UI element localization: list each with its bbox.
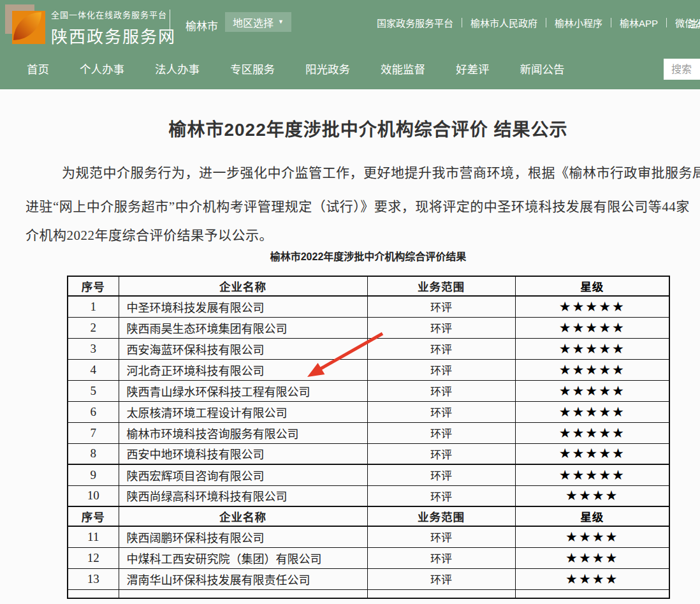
star-rating: ★★★★ — [515, 485, 669, 506]
logo-orange-square — [12, 11, 45, 44]
site-name: 陕西政务服务网 — [51, 24, 176, 47]
company-name: 太原核清环境工程设计有限公司 — [119, 401, 367, 422]
star-rating: ★★★★★ — [515, 359, 669, 380]
company-name: 陕西尚绿高科环境科技有限公司 — [119, 485, 367, 506]
business-scope: 环评 — [367, 296, 515, 317]
company-name: 渭南华山环保科技发展有限责任公司 — [119, 568, 367, 589]
nav-items: 首页个人办事法人办事专区服务阳光政务效能监督好差评新闻公告 — [27, 48, 565, 89]
search-box — [664, 59, 700, 80]
star-rating: ★★★★★ — [515, 317, 669, 338]
business-scope: 环评 — [367, 338, 515, 359]
table-row: 12中煤科工西安研究院（集团）有限公司环评★★★★ — [68, 547, 669, 568]
top-links: 国家政务服务平台榆林市人民政府榆林小程序榆林APP微信公众号 — [368, 16, 700, 29]
row-number: 8 — [68, 443, 119, 464]
column-header: 企业名称 — [119, 506, 367, 526]
row-number: 3 — [68, 338, 119, 359]
top-link[interactable]: 榆林市人民政府 — [462, 16, 546, 29]
business-scope: 环评 — [367, 422, 515, 443]
top-link[interactable]: 国家政务服务平台 — [368, 16, 462, 29]
nav-item-效能监督[interactable]: 效能监督 — [381, 61, 425, 77]
business-scope: 环评 — [367, 317, 515, 338]
table-row: 6太原核清环境工程设计有限公司环评★★★★★ — [68, 401, 669, 422]
row-number: 1 — [68, 296, 119, 317]
star-rating: ★★★★★ — [515, 401, 669, 422]
company-name: 陕西青山绿水环保科技工程有限公司 — [119, 380, 367, 401]
star-rating: ★★★★ — [515, 568, 669, 589]
business-scope: 环评 — [367, 568, 515, 589]
evaluation-table: 序号企业名称业务范围星级1中圣环境科技发展有限公司环评★★★★★2陕西雨昊生态环… — [67, 276, 670, 599]
company-name: 陕西雨昊生态环境集团有限公司 — [119, 317, 367, 338]
empty-cell — [119, 589, 367, 598]
site-brand: 全国一体化在线政务服务平台 陕西政务服务网 — [51, 8, 176, 47]
row-number: 9 — [68, 464, 119, 485]
register-link[interactable]: 注册 — [688, 16, 700, 30]
page-title: 榆林市2022年度涉批中介机构综合评价 结果公示 — [0, 115, 700, 141]
business-scope: 环评 — [367, 526, 515, 547]
business-scope: 环评 — [367, 464, 515, 485]
row-number: 12 — [68, 547, 119, 568]
nav-item-首页[interactable]: 首页 — [27, 61, 49, 77]
company-name: 西安中地环境科技有限公司 — [119, 443, 367, 464]
eval-table-body: 序号企业名称业务范围星级1中圣环境科技发展有限公司环评★★★★★2陕西雨昊生态环… — [68, 276, 669, 598]
nav-item-个人办事[interactable]: 个人办事 — [80, 61, 124, 77]
star-rating: ★★★★★ — [515, 443, 669, 464]
empty-cell — [367, 589, 515, 598]
business-scope: 环评 — [367, 380, 515, 401]
main-nav: 首页个人办事法人办事专区服务阳光政务效能监督好差评新闻公告 — [0, 48, 700, 89]
company-name: 陕西阔鹏环保科技有限公司 — [119, 526, 367, 547]
notice-paragraph-line-1: 为规范中介服务行为，进一步强化中介监管工作，更好地提升我市营商环境，根据《榆林市… — [62, 162, 700, 181]
company-name: 榆林市环境科技咨询服务有限公司 — [119, 422, 367, 443]
star-rating: ★★★★ — [515, 547, 669, 568]
top-link[interactable]: 榆林APP — [611, 16, 666, 29]
column-header: 企业名称 — [119, 276, 367, 296]
company-name: 西安海蓝环保科技有限公司 — [119, 338, 367, 359]
row-number: 6 — [68, 401, 119, 422]
star-rating: ★★★★★ — [515, 464, 669, 485]
region-selector-button[interactable]: 地区选择 ▼ — [225, 12, 291, 32]
empty-cell — [515, 589, 669, 598]
top-link[interactable]: 榆林小程序 — [546, 16, 611, 29]
table-header-row: 序号企业名称业务范围星级 — [68, 276, 669, 296]
star-rating: ★★★★★ — [515, 338, 669, 359]
column-header: 业务范围 — [367, 276, 515, 296]
row-number: 5 — [68, 380, 119, 401]
row-number: 11 — [68, 526, 119, 547]
table-row: 7榆林市环境科技咨询服务有限公司环评★★★★★ — [68, 422, 669, 443]
business-scope: 环评 — [367, 359, 515, 380]
nav-item-新闻公告[interactable]: 新闻公告 — [520, 61, 565, 77]
nav-item-专区服务[interactable]: 专区服务 — [230, 61, 275, 77]
table-caption: 榆林市2022年度涉批中介机构综合评价结果 — [0, 248, 700, 263]
column-header: 星级 — [515, 276, 669, 296]
row-number: 13 — [68, 568, 119, 589]
row-number: 2 — [68, 317, 119, 338]
table-row-clipped — [68, 589, 669, 598]
star-rating: ★★★★★ — [515, 296, 669, 317]
table-row: 11陕西阔鹏环保科技有限公司环评★★★★ — [68, 526, 669, 547]
platform-label: 全国一体化在线政务服务平台 — [51, 8, 176, 20]
table-row: 13渭南华山环保科技发展有限责任公司环评★★★★ — [68, 568, 669, 589]
nav-item-法人办事[interactable]: 法人办事 — [155, 61, 200, 77]
page: 全国一体化在线政务服务平台 陕西政务服务网 榆林市 地区选择 ▼ 国家政务服务平… — [0, 0, 700, 604]
company-name: 陕西宏辉项目咨询有限公司 — [119, 464, 367, 485]
brand-divider — [170, 10, 170, 38]
star-rating: ★★★★★ — [515, 380, 669, 401]
top-bar: 全国一体化在线政务服务平台 陕西政务服务网 榆林市 地区选择 ▼ 国家政务服务平… — [0, 0, 700, 48]
notice-paragraph-line-3: 介机构2022年度综合评价结果予以公示。 — [26, 225, 273, 244]
nav-item-阳光政务[interactable]: 阳光政务 — [305, 61, 350, 77]
column-header: 序号 — [68, 506, 119, 526]
table-row: 4河北奇正环境科技有限公司环评★★★★★ — [68, 359, 669, 380]
search-input[interactable] — [664, 59, 700, 80]
nav-item-好差评[interactable]: 好差评 — [456, 61, 490, 77]
star-rating: ★★★★ — [515, 526, 669, 547]
table-header-row: 序号企业名称业务范围星级 — [68, 506, 669, 526]
row-number: 4 — [68, 359, 119, 380]
table-row: 2陕西雨昊生态环境集团有限公司环评★★★★★ — [68, 317, 669, 338]
row-number: 7 — [68, 422, 119, 443]
company-name: 中圣环境科技发展有限公司 — [119, 296, 367, 317]
logo-leaf-icon — [13, 12, 41, 40]
region-selector-label: 地区选择 — [233, 15, 273, 30]
business-scope: 环评 — [367, 485, 515, 506]
masthead: 全国一体化在线政务服务平台 陕西政务服务网 榆林市 地区选择 ▼ 国家政务服务平… — [0, 0, 700, 89]
company-name: 中煤科工西安研究院（集团）有限公司 — [119, 547, 367, 568]
site-logo[interactable] — [5, 4, 46, 44]
